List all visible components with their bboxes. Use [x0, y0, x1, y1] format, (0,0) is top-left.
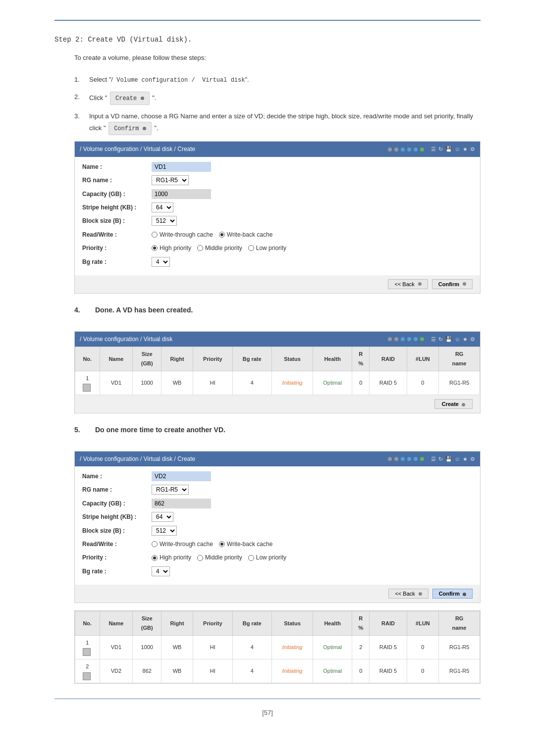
block-select[interactable]: 512 — [152, 216, 177, 226]
write-through-radio[interactable] — [152, 232, 158, 238]
create-btn-inline: Create — [110, 92, 150, 105]
p2-stripe-value[interactable]: 64 — [152, 512, 473, 522]
write-through-option[interactable]: Write-through cache — [152, 230, 213, 240]
col-name: Name — [100, 347, 133, 371]
t1-menu-icon[interactable]: ☰ — [431, 335, 436, 344]
bgrate-value[interactable]: 4 — [152, 257, 473, 267]
p2-bgrate-select[interactable]: 4 — [152, 566, 170, 576]
t2-cell-size-2: 862 — [133, 659, 161, 683]
cell-r: 0 — [352, 371, 370, 395]
rw-row: Read/Write : Write-through cache Write-b… — [82, 230, 473, 240]
p2-write-back-radio[interactable] — [219, 541, 225, 547]
high-priority-option[interactable]: High priority — [152, 243, 191, 253]
bgrate-select[interactable]: 4 — [152, 257, 170, 267]
t1-star-icon[interactable]: ★ — [463, 335, 468, 344]
p2-high-priority-radio[interactable] — [152, 555, 158, 561]
user-icon[interactable]: ☺ — [455, 145, 460, 154]
p2-low-priority-option[interactable]: Low priority — [248, 553, 286, 562]
p2-capacity-value[interactable] — [152, 499, 473, 508]
col-priority: Priority — [193, 347, 232, 371]
t1-settings-icon[interactable]: ⚙ — [470, 335, 475, 344]
p2-priority-row: Priority : High priority Middle priority — [82, 553, 473, 562]
p2-star-icon[interactable]: ★ — [463, 454, 468, 464]
rg-select[interactable]: RG1-R5 — [152, 175, 189, 185]
p2-capacity-label: Capacity (GB) : — [82, 499, 152, 508]
t2-col-right: Right — [161, 611, 193, 635]
p2-write-through-radio[interactable] — [152, 541, 158, 547]
p2-save-icon[interactable]: 💾 — [445, 454, 452, 464]
p2-block-select[interactable]: 512 — [152, 526, 177, 536]
p2-block-value[interactable]: 512 — [152, 526, 473, 536]
p2-high-priority-option[interactable]: High priority — [152, 553, 191, 562]
block-value[interactable]: 512 — [152, 216, 473, 226]
write-back-radio[interactable] — [219, 232, 225, 238]
t1-save-icon[interactable]: 💾 — [445, 335, 452, 344]
p2-rg-label: RG name : — [82, 485, 152, 495]
p2-rg-select[interactable]: RG1-R5 — [152, 485, 189, 495]
p2-settings-icon[interactable]: ⚙ — [470, 454, 475, 464]
stripe-select[interactable]: 64 — [152, 202, 173, 212]
p2-user-icon[interactable]: ☺ — [455, 454, 460, 464]
p2-name-input[interactable] — [152, 471, 211, 481]
back-button-2[interactable]: << Back — [388, 589, 428, 599]
table1-header: / Volume configuration / Virtual disk ☰ … — [75, 332, 480, 347]
col-health: Health — [313, 347, 352, 371]
star-icon[interactable]: ★ — [463, 145, 468, 154]
stripe-value[interactable]: 64 — [152, 202, 473, 212]
name-input[interactable] — [152, 162, 211, 172]
middle-priority-option[interactable]: Middle priority — [197, 243, 242, 253]
p2-capacity-input[interactable] — [152, 499, 211, 508]
panel2-title: / Volume configuration / Virtual disk / … — [80, 454, 195, 464]
create-button-table1[interactable]: Create — [434, 399, 473, 409]
high-priority-radio[interactable] — [152, 245, 158, 251]
capacity-value[interactable] — [152, 189, 473, 199]
p2-rg-value[interactable]: RG1-R5 — [152, 485, 473, 495]
p2-refresh-icon[interactable]: ↻ — [438, 454, 443, 464]
table1-footer: Create — [75, 395, 480, 413]
capacity-input[interactable] — [152, 189, 211, 199]
table-row[interactable]: 2 VD2 862 WB HI 4 Initiating Optimal 0 R… — [75, 659, 480, 683]
p2-bgrate-value[interactable]: 4 — [152, 566, 473, 576]
priority-label: Priority : — [82, 243, 152, 253]
write-back-option[interactable]: Write-back cache — [219, 230, 272, 240]
refresh-icon[interactable]: ↻ — [438, 145, 443, 154]
p2-menu-icon[interactable]: ☰ — [431, 454, 436, 464]
p2-name-value[interactable] — [152, 471, 473, 481]
t1-refresh-icon[interactable]: ↻ — [438, 335, 443, 344]
back-dot-2 — [419, 592, 422, 596]
confirm-label-2: Confirm — [439, 591, 460, 597]
back-button-1[interactable]: << Back — [388, 279, 428, 289]
p2-middle-priority-option[interactable]: Middle priority — [197, 553, 242, 562]
p2-block-label: Block size (B) : — [82, 526, 152, 536]
confirm-button-1[interactable]: Confirm — [432, 279, 473, 289]
name-value[interactable] — [152, 162, 473, 172]
cell-bgrate: 4 — [232, 371, 271, 395]
p2-write-back-option[interactable]: Write-back cache — [219, 539, 272, 549]
p2-write-through-option[interactable]: Write-through cache — [152, 539, 213, 549]
step-num-3: 3. — [74, 111, 89, 122]
middle-priority-radio[interactable] — [197, 245, 203, 251]
p2-low-priority-radio[interactable] — [248, 555, 254, 561]
p2-middle-priority-radio[interactable] — [197, 555, 203, 561]
name-label: Name : — [82, 162, 152, 172]
table-row[interactable]: 1 VD1 1000 WB HI 4 Initiating Optimal 2 … — [75, 635, 480, 659]
p2-stripe-select[interactable]: 64 — [152, 512, 173, 522]
t2-col-health: Health — [313, 611, 352, 635]
write-through-label: Write-through cache — [160, 230, 213, 240]
rg-value[interactable]: RG1-R5 — [152, 175, 473, 185]
confirm-button-2[interactable]: Confirm — [432, 589, 473, 599]
t2-cell-rg-2: RG1-R5 — [439, 659, 480, 683]
table-row[interactable]: 1 VD1 1000 WB HI 4 Initiating Optimal 0 … — [75, 371, 480, 395]
menu-icon[interactable]: ☰ — [431, 145, 436, 154]
save-icon[interactable]: 💾 — [445, 145, 452, 154]
panel2-header: / Volume configuration / Virtual disk / … — [75, 452, 480, 466]
p2-dot-5 — [414, 457, 418, 461]
p2-rw-label: Read/Write : — [82, 539, 152, 549]
p2-middle-priority-label: Middle priority — [205, 553, 242, 562]
low-priority-radio[interactable] — [248, 245, 254, 251]
panel1-header: / Volume configuration / Virtual disk / … — [75, 142, 480, 156]
low-priority-option[interactable]: Low priority — [248, 243, 286, 253]
step4-title: Done. A VD has been created. — [95, 304, 193, 316]
t1-user-icon[interactable]: ☺ — [455, 335, 460, 344]
settings-icon[interactable]: ⚙ — [470, 145, 475, 154]
